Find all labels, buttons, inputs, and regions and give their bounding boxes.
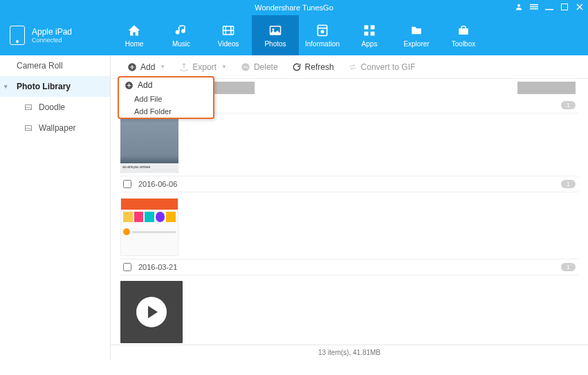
refresh-button[interactable]: Refresh [286,60,340,75]
app-title: Wondershare TunesGo [255,3,333,12]
add-dropdown-header: Add [119,77,213,93]
maximize-icon[interactable] [560,3,569,13]
svg-rect-3 [530,8,538,10]
photo-group: 2016-03-21 1 [120,196,578,275]
chevron-down-icon: ▼ [160,64,165,70]
svg-rect-26 [244,66,248,67]
titlebar: Wondershare TunesGo [0,0,588,15]
menu-icon[interactable] [530,3,538,13]
apps-icon [361,23,378,38]
add-folder-item[interactable]: Add Folder [119,105,213,118]
content: Add ▼ Export ▼ Delete Refresh Convert to… [111,55,588,360]
close-icon[interactable] [576,3,584,13]
photo-group: au-artsyau arrtses 2016-06-06 1 [120,113,578,192]
header: Apple iPad Connected Home Music Videos P… [0,15,588,55]
refresh-icon [292,62,302,72]
sidebar: Camera Roll ▾ Photo Library Doodle Wallp… [0,55,111,360]
svg-rect-21 [459,28,468,35]
photo-thumbnail[interactable]: au-artsyau arrtses [120,115,178,173]
svg-rect-19 [365,32,369,36]
device-pane[interactable]: Apple iPad Connected [0,15,111,55]
plus-circle-icon [127,62,137,72]
nav-videos[interactable]: Videos [205,15,252,55]
add-file-item[interactable]: Add File [119,93,213,105]
tablet-icon [10,26,25,45]
svg-rect-18 [371,26,375,30]
main-nav: Home Music Videos Photos Information App… [111,15,588,55]
chevron-down-icon: ▾ [4,83,11,90]
group-date: 2016-06-06 [138,180,177,188]
group-date: 2016-03-21 [138,263,177,271]
statusbar: 13 item(s), 41.81MB [111,345,588,360]
minus-circle-icon [241,62,250,72]
convert-icon [348,62,358,72]
window-controls [515,0,584,15]
svg-rect-20 [371,32,375,36]
count-badge: 1 [561,180,576,188]
nav-photos[interactable]: Photos [252,15,299,55]
toolbox-icon [455,23,472,38]
status-text: 13 item(s), 41.81MB [318,349,380,356]
videos-icon [220,23,237,38]
play-icon [136,297,167,327]
photo-thumbnail[interactable] [120,198,178,256]
add-button[interactable]: Add ▼ [122,60,171,75]
export-icon [179,62,189,72]
toolbar: Add ▼ Export ▼ Delete Refresh Convert to… [111,55,588,79]
svg-rect-2 [530,6,538,8]
sidebar-item-photo-library[interactable]: ▾ Photo Library [0,76,110,97]
nav-apps[interactable]: Apps [346,15,393,55]
sidebar-item-doodle[interactable]: Doodle [0,97,110,118]
device-info: Apple iPad Connected [32,27,72,44]
svg-rect-1 [530,4,538,6]
image-icon [24,124,33,132]
svg-rect-5 [562,3,568,10]
music-icon [173,23,190,38]
group-header: 2016-06-06 1 [120,176,578,192]
explorer-icon [408,23,425,38]
nav-information[interactable]: Information [299,15,346,55]
convert-gif-button[interactable]: Convert to GIF [342,60,421,75]
user-icon[interactable] [515,3,523,13]
svg-rect-17 [365,26,369,30]
add-dropdown: Add Add File Add Folder [118,76,214,119]
sidebar-item-camera-roll[interactable]: Camera Roll [0,55,110,76]
image-icon [24,103,33,111]
plus-circle-icon [125,81,134,90]
svg-point-13 [273,28,275,30]
home-icon [126,23,143,38]
device-name: Apple iPad [32,27,72,37]
group-header: 2016-03-21 1 [120,259,578,275]
group-checkbox[interactable] [123,263,131,271]
body: Camera Roll ▾ Photo Library Doodle Wallp… [0,55,588,360]
count-badge: 1 [561,263,576,271]
chevron-down-icon: ▼ [221,64,227,70]
delete-button[interactable]: Delete [235,60,284,75]
sidebar-item-wallpaper[interactable]: Wallpaper [0,118,110,138]
photo-thumbnail[interactable] [517,82,576,94]
svg-point-0 [517,4,520,7]
svg-point-16 [321,30,323,33]
export-button[interactable]: Export ▼ [174,60,232,75]
nav-toolbox[interactable]: Toolbox [440,15,487,55]
photo-group [120,280,578,345]
nav-explorer[interactable]: Explorer [393,15,440,55]
minimize-icon[interactable] [545,3,553,13]
device-status: Connected [32,37,72,44]
nav-music[interactable]: Music [158,15,205,55]
nav-home[interactable]: Home [111,15,158,55]
video-thumbnail[interactable] [120,281,183,343]
group-checkbox[interactable] [123,180,131,188]
photos-icon [267,23,284,38]
information-icon [314,23,331,38]
count-badge: 1 [561,101,576,109]
svg-rect-4 [545,9,553,10]
